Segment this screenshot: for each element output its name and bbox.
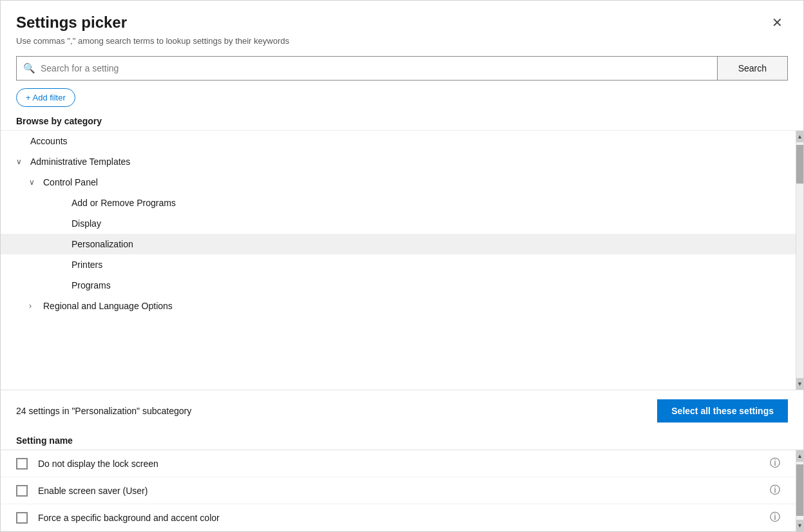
chevron-icon: ∨ xyxy=(16,157,26,166)
chevron-icon: ∨ xyxy=(29,178,39,187)
tree-item-accounts[interactable]: Accounts xyxy=(1,131,796,151)
tree-item-label: Add or Remove Programs xyxy=(72,198,176,208)
settings-checkbox-s3[interactable] xyxy=(16,512,28,524)
tree-item-label: Printers xyxy=(72,260,102,270)
tree-item-label: Personalization xyxy=(72,239,133,249)
tree-item-label: Regional and Language Options xyxy=(43,301,173,311)
tree-scrollbar[interactable]: ▲ ▼ xyxy=(796,131,803,390)
tree-item-regional[interactable]: ›Regional and Language Options xyxy=(1,296,796,316)
settings-row[interactable]: Enable screen saver (User)ⓘ xyxy=(1,477,796,504)
settings-row[interactable]: Do not display the lock screenⓘ xyxy=(1,450,796,477)
dialog-title: Settings picker xyxy=(16,14,127,32)
settings-row-label: Force a specific background and accent c… xyxy=(38,513,765,523)
settings-scroll-thumb[interactable] xyxy=(796,464,803,516)
tree-item-label: Control Panel xyxy=(43,177,98,187)
settings-scroll-up[interactable]: ▲ xyxy=(796,450,803,462)
search-row: 🔍 Search xyxy=(16,56,788,81)
tree-item-admin-templates[interactable]: ∨Administrative Templates xyxy=(1,151,796,172)
settings-list: Do not display the lock screenⓘEnable sc… xyxy=(1,450,796,531)
chevron-icon: › xyxy=(29,301,39,310)
info-icon[interactable]: ⓘ xyxy=(770,484,780,497)
settings-row[interactable]: Force a specific background and accent c… xyxy=(1,504,796,531)
dialog-subtitle: Use commas "," among search terms to loo… xyxy=(16,36,788,46)
settings-scrollbar[interactable]: ▲ ▼ xyxy=(796,450,803,531)
filter-row: + Add filter xyxy=(1,81,803,107)
search-icon: 🔍 xyxy=(23,62,35,74)
select-all-button[interactable]: Select all these settings xyxy=(657,399,788,423)
dialog-header: Settings picker ✕ Use commas "," among s… xyxy=(1,1,803,46)
settings-picker-dialog: Settings picker ✕ Use commas "," among s… xyxy=(0,0,804,532)
settings-scroll-down[interactable]: ▼ xyxy=(796,520,803,531)
add-filter-button[interactable]: + Add filter xyxy=(16,88,75,107)
tree-scroll-thumb[interactable] xyxy=(796,145,803,184)
bottom-panel: 24 settings in "Personalization" subcate… xyxy=(1,390,803,531)
settings-count: 24 settings in "Personalization" subcate… xyxy=(16,406,191,416)
settings-checkbox-s1[interactable] xyxy=(16,458,28,470)
tree-item-label: Administrative Templates xyxy=(30,157,130,167)
tree-item-label: Accounts xyxy=(30,136,68,146)
settings-checkbox-s2[interactable] xyxy=(16,485,28,497)
bottom-content: Do not display the lock screenⓘEnable sc… xyxy=(1,450,803,531)
tree-item-display[interactable]: Display xyxy=(1,213,796,234)
tree-item-label: Display xyxy=(72,218,101,229)
tree-item-control-panel[interactable]: ∨Control Panel xyxy=(1,172,796,193)
bottom-header: 24 settings in "Personalization" subcate… xyxy=(1,390,803,432)
category-tree: Accounts∨Administrative Templates∨Contro… xyxy=(1,131,796,390)
close-button[interactable]: ✕ xyxy=(767,14,788,32)
content-area: Browse by category Accounts∨Administrati… xyxy=(1,116,803,531)
info-icon[interactable]: ⓘ xyxy=(770,457,780,470)
tree-scroll-down[interactable]: ▼ xyxy=(796,378,803,390)
tree-scroll-up[interactable]: ▲ xyxy=(796,131,803,142)
search-button[interactable]: Search xyxy=(718,56,788,81)
tree-item-label: Programs xyxy=(72,280,111,290)
tree-item-personalization[interactable]: Personalization xyxy=(1,234,796,254)
settings-row-label: Enable screen saver (User) xyxy=(38,486,765,496)
browse-label: Browse by category xyxy=(1,116,803,130)
tree-item-programs[interactable]: Programs xyxy=(1,275,796,296)
tree-panel: Browse by category Accounts∨Administrati… xyxy=(1,116,803,531)
search-input-wrapper: 🔍 xyxy=(16,56,718,81)
info-icon[interactable]: ⓘ xyxy=(770,511,780,524)
settings-column-header: Setting name xyxy=(1,432,803,450)
settings-row-label: Do not display the lock screen xyxy=(38,459,765,469)
tree-scroll-area: Accounts∨Administrative Templates∨Contro… xyxy=(1,130,803,390)
search-input[interactable] xyxy=(41,63,711,73)
tree-item-printers[interactable]: Printers xyxy=(1,254,796,275)
tree-item-add-remove[interactable]: Add or Remove Programs xyxy=(1,193,796,213)
